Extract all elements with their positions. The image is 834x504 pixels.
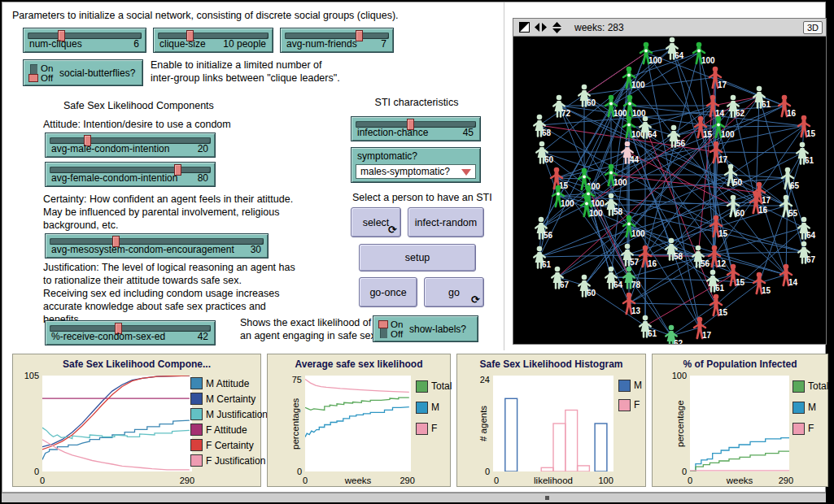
person-label: 16 — [758, 206, 768, 215]
person-label: 56 — [544, 231, 553, 240]
go-button[interactable]: go ⟳ — [424, 277, 484, 307]
person-head — [609, 193, 614, 199]
person-label: 17 — [762, 196, 771, 205]
x-tick: 0 — [28, 476, 56, 485]
forever-icon: ⟳ — [388, 224, 397, 236]
person-head — [537, 115, 543, 120]
male-figure-part — [784, 208, 785, 217]
params-note: Parameters to initialize a social networ… — [12, 9, 399, 22]
y-axis-label: percentages — [290, 398, 300, 449]
person-label: 55 — [788, 209, 798, 218]
hist-bar-M — [595, 424, 607, 471]
leader-dot — [627, 124, 631, 127]
scrollbar-grip[interactable] — [545, 496, 549, 500]
x-axis-label: weeks — [707, 476, 772, 485]
setup-button[interactable]: setup — [359, 244, 476, 272]
slider-avg-male-condom-intention[interactable]: avg-male-condom-intention20 — [45, 133, 216, 158]
legend-swatch — [416, 423, 428, 435]
switch-handle[interactable] — [28, 74, 38, 82]
switch-on-label: On — [41, 63, 53, 73]
go-once-button-label: go-once — [369, 287, 406, 298]
switch-label: social-butterflies? — [59, 60, 135, 85]
person-label: 14 — [788, 278, 798, 287]
person-label: 58 — [674, 252, 683, 261]
select-button[interactable]: select ⟳ — [351, 207, 401, 237]
slider-avg-num-friends[interactable]: avg-num-friends7 — [280, 28, 394, 53]
switch-show-labels[interactable]: OnOff show-labels? — [373, 315, 478, 342]
network-link — [700, 283, 759, 328]
person-label: 64 — [675, 51, 684, 60]
chooser-value-box[interactable]: males-symptomatic? — [356, 164, 476, 179]
network-link — [759, 97, 804, 252]
go-once-button[interactable]: go-once — [359, 277, 417, 307]
forever-icon: ⟳ — [471, 293, 480, 306]
legend-swatch — [618, 399, 631, 411]
view-stretch-horizontal-icon[interactable] — [535, 22, 547, 33]
slider-label: avg-male-condom-intention — [51, 143, 169, 154]
male-figure-part — [731, 277, 732, 286]
slider-label: %-receive-condom-sex-ed — [51, 331, 165, 342]
legend-swatch — [190, 454, 203, 467]
person-label: 100 — [721, 130, 735, 139]
legend-label: F Certainty — [206, 440, 254, 451]
butterflies-note: Enable to initialize a limited number of… — [151, 59, 340, 85]
switch-handle[interactable] — [378, 320, 388, 328]
view-stretch-vertical-icon[interactable] — [552, 22, 562, 33]
switch-track[interactable] — [380, 320, 387, 338]
person-label: 17 — [718, 80, 727, 89]
series-m — [305, 407, 409, 437]
slider-avg-mesosystem-condom-encouragement[interactable]: avg-mesosystem-condom-encouragement30 — [45, 233, 269, 259]
view-3d-button[interactable]: 3D — [803, 21, 823, 34]
leader-dot — [717, 124, 720, 127]
slider-num-cliques[interactable]: num-cliques6 — [23, 28, 146, 53]
components-heading: Safe Sex Likelihood Components — [63, 100, 214, 111]
person-label: 61 — [542, 260, 552, 269]
network-canvas[interactable]: 1006410010017607210010014626116681006456… — [513, 37, 826, 344]
legend-item: F Justification — [190, 453, 268, 468]
x-tick: 0 — [676, 476, 704, 485]
infect-random-button[interactable]: infect-random — [408, 207, 484, 237]
show-labels-note: Shows the exact likelihood of an agent e… — [240, 316, 378, 342]
slider-label: avg-num-friends — [286, 38, 357, 50]
plot-average-safe-sex: Average safe sex likelihood 7500290weeks… — [267, 354, 451, 487]
person-label: 44 — [630, 155, 640, 164]
hist-bar-M — [505, 398, 517, 471]
switch-off-label: Off — [41, 73, 53, 83]
slider-clique-size[interactable]: clique-size10 people — [153, 28, 273, 53]
plot-population-infected: % of Population Infected 10000290weekspe… — [652, 354, 828, 487]
setup-button-label: setup — [405, 252, 430, 263]
switch-social-butterflies[interactable]: OnOff social-butterflies? — [23, 59, 143, 86]
legend-swatch — [190, 408, 203, 420]
person-label: 65 — [790, 181, 800, 190]
person-head — [537, 246, 543, 252]
x-tick: 290 — [394, 476, 421, 485]
person-label: 15 — [718, 229, 728, 238]
switch-label: show-labels? — [409, 316, 466, 341]
person-label: 60 — [587, 98, 596, 107]
plot-area — [42, 376, 192, 471]
legend-swatch — [190, 439, 203, 451]
slider-label: avg-mesosystem-condom-encouragement — [51, 244, 234, 255]
plot-title: Safe Sex Likelihood Compone... — [13, 358, 260, 370]
hist-bar-F — [578, 466, 590, 471]
person-label: 62 — [736, 109, 745, 118]
network-link — [716, 152, 802, 153]
status-bar[interactable] — [2, 493, 826, 502]
legend-item: M Attitude — [190, 376, 268, 391]
legend: TotalMF — [416, 376, 452, 439]
slider-infection-chance[interactable]: infection-chance45 — [351, 116, 481, 141]
slider-avg-female-condom-intention[interactable]: avg-female-condom-intention80 — [45, 162, 216, 187]
person-label: 64 — [613, 280, 623, 289]
y-tick: 24 — [469, 375, 490, 385]
chooser-symptomatic[interactable]: symptomatic? males-symptomatic? — [351, 147, 481, 183]
x-tick: 290 — [173, 476, 201, 485]
male-figure-part — [627, 306, 628, 315]
network-link — [629, 303, 716, 305]
y-tick: 75 — [281, 375, 302, 385]
male-figure-part — [697, 330, 699, 339]
switch-track[interactable] — [30, 64, 37, 82]
slider-receive-condom-sex-ed[interactable]: %-receive-condom-sex-ed42 — [45, 320, 216, 345]
slider-value: 7 — [381, 38, 386, 50]
person-label: 60 — [736, 209, 745, 218]
view-resize-icon[interactable] — [519, 22, 530, 33]
